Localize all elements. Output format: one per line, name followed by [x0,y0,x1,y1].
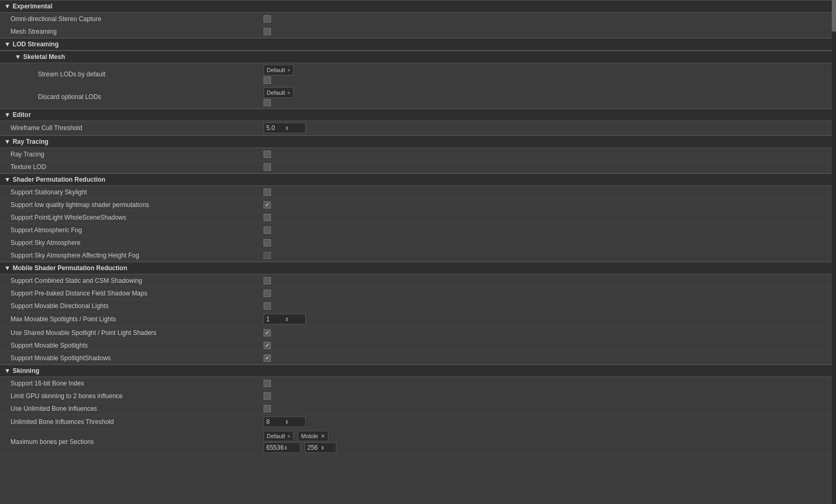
support-movable-spotlights-label: Support Movable Spotlights [11,342,264,349]
max-bones-mobile-value: 256 [307,444,320,451]
support-combined-static-control [264,277,832,284]
wireframe-cull-input[interactable]: 5.0 ⬍ [264,123,306,133]
shader-perm-section-label: Shader Permutation Reduction [13,176,105,183]
max-bones-mobile-badge[interactable]: Mobile ✕ [298,431,328,441]
max-bones-default-input[interactable]: 65536 ⬍ [264,442,300,453]
support-pointlight-label: Support PointLight WholeSceneShadows [11,214,264,221]
use-shared-movable-checkbox[interactable] [264,329,271,337]
ray-tracing-section-header[interactable]: ▼ Ray Tracing [0,135,836,148]
support-16bit-bone-checkbox[interactable] [264,380,271,387]
max-movable-spotlights-label: Max Movable Spotlights / Point Lights [11,315,264,323]
discard-lods-default-badge[interactable]: Default + [264,87,294,98]
max-bones-default-spin[interactable]: ⬍ [284,445,298,451]
support-prebaked-row: Support Pre-baked Distance Field Shadow … [0,287,836,300]
editor-section-header[interactable]: ▼ Editor [0,108,836,121]
max-bones-mobile-input[interactable]: 256 ⬍ [305,442,336,453]
use-unlimited-bone-influences-control [264,405,832,412]
scrollbar-thumb[interactable] [832,0,836,32]
wireframe-cull-value: 5.0 [266,124,285,132]
ray-tracing-checkbox[interactable] [264,151,271,158]
support-stationary-skylight-checkbox[interactable] [264,189,271,196]
discard-lods-badge-label: Default [267,90,285,96]
max-bones-close-icon[interactable]: ✕ [320,433,325,440]
discard-lods-plus-icon[interactable]: + [287,90,290,96]
support-pointlight-checkbox[interactable] [264,214,271,221]
max-movable-spotlights-value: 1 [266,315,285,323]
omni-directional-checkbox[interactable] [264,15,271,23]
support-atmospheric-fog-row: Support Atmospheric Fog [0,224,836,236]
mobile-shader-perm-section-label: Mobile Shader Permutation Reduction [13,264,127,272]
use-unlimited-bone-influences-label: Use Unlimited Bone Influences [11,405,264,412]
stream-lods-checkbox-row [264,76,296,84]
use-shared-movable-label: Use Shared Movable Spotlight / Point Lig… [11,329,264,337]
texture-lod-checkbox[interactable] [264,163,271,171]
support-sky-atmosphere-row: Support Sky Atmosphere [0,236,836,249]
scrollbar-track[interactable] [832,0,836,504]
stream-lods-default-badge[interactable]: Default + [264,65,294,75]
support-sky-atmosphere-label: Support Sky Atmosphere [11,239,264,246]
support-combined-static-checkbox[interactable] [264,277,271,284]
discard-lods-checkbox[interactable] [264,99,271,106]
editor-section-label: Editor [13,111,31,118]
max-bones-default-badge[interactable]: Default + [264,431,294,441]
max-bones-per-sections-row: Maximum bones per Sections Default + Mob… [0,429,836,455]
max-movable-spotlights-spin[interactable]: ⬍ [285,317,303,322]
support-low-quality-lightmap-checkbox[interactable] [264,201,271,209]
support-movable-spotlight-shadows-checkbox[interactable] [264,354,271,362]
support-pointlight-control [264,214,832,221]
support-16bit-bone-label: Support 16-bit Bone Index [11,380,264,387]
support-sky-atmosphere-height-fog-checkbox[interactable] [264,252,271,259]
support-movable-spotlight-shadows-row: Support Movable SpotlightShadows [0,352,836,364]
max-bones-number-row: 65536 ⬍ 256 ⬍ [264,442,336,453]
max-bones-per-sections-control: Default + Mobile ✕ 65536 ⬍ 256 ⬍ [264,431,832,453]
support-16bit-bone-control [264,380,832,387]
ray-tracing-row: Ray Tracing [0,148,836,161]
use-unlimited-bone-influences-row: Use Unlimited Bone Influences [0,402,836,415]
stream-lods-badge-row: Default + [264,65,296,75]
limit-gpu-skinning-checkbox[interactable] [264,392,271,400]
max-movable-spotlights-control: 1 ⬍ [264,314,832,324]
support-prebaked-checkbox[interactable] [264,290,271,297]
support-movable-spotlights-control [264,342,832,349]
use-shared-movable-row: Use Shared Movable Spotlight / Point Lig… [0,327,836,339]
max-bones-badges-row: Default + Mobile ✕ [264,431,336,441]
wireframe-cull-spin[interactable]: ⬍ [285,125,303,131]
lod-streaming-section-header[interactable]: ▼ LOD Streaming [0,38,836,51]
support-low-quality-lightmap-label: Support low quality lightmap shader perm… [11,201,264,209]
support-movable-spotlights-checkbox[interactable] [264,342,271,349]
max-bones-per-sections-label: Maximum bones per Sections [11,438,264,446]
discard-lods-label: Discard optional LODs [11,93,264,101]
support-combined-static-label: Support Combined Static and CSM Shadowin… [11,277,264,284]
experimental-section-header[interactable]: ▼ Experimental [0,0,836,13]
support-prebaked-control [264,290,832,297]
unlimited-bone-influences-threshold-row: Unlimited Bone Influences Threshold 8 ⬍ [0,415,836,429]
discard-lods-control: Default + [264,87,832,106]
support-sky-atmosphere-checkbox[interactable] [264,239,271,246]
max-bones-plus-icon[interactable]: + [287,433,290,439]
use-unlimited-bone-influences-checkbox[interactable] [264,405,271,412]
support-stationary-skylight-control [264,189,832,196]
mesh-streaming-checkbox[interactable] [264,28,271,35]
support-low-quality-lightmap-control [264,201,832,209]
support-sky-atmosphere-height-fog-label: Support Sky Atmosphere Affecting Height … [11,252,264,259]
max-bones-mobile-spin[interactable]: ⬍ [320,445,334,451]
skeletal-mesh-subsection-header[interactable]: ▼ Skeletal Mesh [0,51,836,63]
stream-lods-plus-icon[interactable]: + [287,67,290,73]
support-movable-directional-label: Support Movable Directional Lights [11,302,264,310]
editor-collapse-icon: ▼ [4,111,11,118]
skeletal-mesh-subsection-label: Skeletal Mesh [23,53,65,61]
support-atmospheric-fog-checkbox[interactable] [264,226,271,234]
unlimited-bone-influences-threshold-input[interactable]: 8 ⬍ [264,417,306,427]
max-movable-spotlights-input[interactable]: 1 ⬍ [264,314,306,324]
support-movable-directional-checkbox[interactable] [264,302,271,310]
unlimited-bone-influences-threshold-spin[interactable]: ⬍ [285,419,303,425]
support-movable-directional-control [264,302,832,310]
stream-lods-row: Stream LODs by default Default + [0,63,836,86]
skinning-section-header[interactable]: ▼ Skinning [0,364,836,377]
support-movable-spotlights-row: Support Movable Spotlights [0,339,836,352]
support-sky-atmosphere-height-fog-control [264,252,832,259]
mobile-shader-perm-section-header[interactable]: ▼ Mobile Shader Permutation Reduction [0,262,836,274]
discard-lods-multi: Default + [264,87,296,106]
stream-lods-checkbox[interactable] [264,76,271,84]
shader-perm-section-header[interactable]: ▼ Shader Permutation Reduction [0,173,836,186]
